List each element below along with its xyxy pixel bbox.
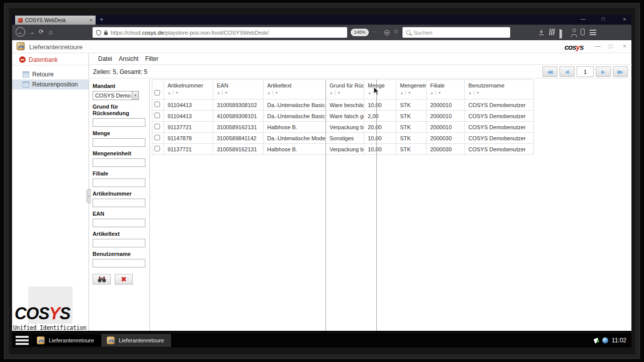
column-header[interactable]: Mengeneinh ▲ | ▼ [396, 80, 427, 100]
filter-field: EAN [93, 211, 149, 227]
clear-filter-button[interactable]: ✖ [115, 274, 133, 285]
url-text: https://cloud.cosys.de/playstore-pos-non… [111, 30, 269, 36]
browser-tab[interactable]: COSYS WebDesk × [15, 16, 96, 25]
page-next-button[interactable]: ▶ [596, 66, 611, 77]
home-button[interactable]: ⌂ [49, 28, 53, 36]
sort-desc-icon[interactable]: ▼ [476, 91, 479, 95]
tracking-shield-icon[interactable] [96, 30, 101, 36]
select-all-checkbox[interactable] [154, 90, 160, 96]
menu-item[interactable]: Filter [145, 55, 158, 62]
app-minimize-button[interactable]: — [595, 43, 601, 50]
menu-item[interactable]: Datei [98, 55, 112, 62]
sort-asc-icon[interactable]: ▲ [217, 91, 220, 95]
column-header[interactable]: Filiale ▲ | ▼ [427, 80, 465, 100]
clear-icon: ✖ [121, 276, 127, 283]
binoculars-icon [98, 276, 106, 283]
new-tab-button[interactable]: + [100, 16, 104, 23]
sidebar-item[interactable]: Retoure [12, 69, 89, 79]
sort-asc-icon[interactable]: ▲ [368, 91, 371, 95]
table-row[interactable]: 91104413 3100589308102 Da.-Unterwäsche B… [152, 100, 534, 111]
filter-input[interactable] [93, 219, 145, 227]
row-checkbox[interactable] [154, 102, 160, 107]
page-prev-button[interactable]: ◀ [559, 66, 575, 77]
database-status-icon [19, 56, 26, 63]
sort-asc-icon[interactable]: ▲ [468, 91, 472, 95]
sidebar-root-label: Datenbank [29, 56, 58, 63]
column-header[interactable]: Benutzername ▲ | ▼ [465, 80, 534, 100]
page-number-input[interactable] [577, 66, 594, 77]
column-header[interactable]: Grund für Rück ▲ | ▼ [326, 80, 364, 100]
app-close-button[interactable]: × [623, 43, 626, 50]
cell-ean: 3100589841142 [213, 133, 264, 144]
browser-maximize-button[interactable]: □ [602, 16, 605, 22]
sort-asc-icon[interactable]: ▲ [430, 91, 434, 95]
sort-desc-icon[interactable]: ▼ [438, 91, 441, 95]
menu-icon[interactable] [590, 30, 596, 35]
table-row[interactable]: 91147878 3100589841142 Da.-Unterwäsche M… [152, 133, 534, 144]
menu-item[interactable]: Ansicht [119, 55, 138, 62]
forward-button[interactable]: → [29, 29, 35, 36]
library-icon[interactable] [549, 29, 555, 35]
row-checkbox[interactable] [154, 113, 160, 118]
filter-fields: Grund für Rücksendung Menge Mengeneinhei… [93, 104, 149, 267]
reload-button[interactable]: ⟳ [39, 28, 44, 35]
mandant-select[interactable]: COSYS Demo ▾ [93, 91, 139, 100]
page-actions-icon[interactable]: ··· [373, 29, 379, 34]
column-header[interactable]: EAN ▲ | ▼ [213, 80, 264, 100]
sort-asc-icon[interactable]: ▲ [168, 91, 171, 95]
lock-icon[interactable] [104, 30, 108, 35]
search-input[interactable] [414, 30, 507, 36]
sort-asc-icon[interactable]: ▲ [400, 91, 404, 95]
tray-tool-icon[interactable] [594, 337, 600, 343]
filter-buttons: ✖ [93, 274, 149, 285]
filter-input[interactable] [93, 138, 145, 147]
pocket-icon[interactable] [384, 29, 390, 38]
app-maximize-button[interactable]: □ [609, 43, 612, 50]
sort-desc-icon[interactable]: ▼ [224, 91, 228, 95]
row-checkbox[interactable] [154, 146, 160, 151]
zoom-level-badge[interactable]: 140% [351, 29, 369, 36]
table-body: 91104413 3100589308102 Da.-Unterwäsche B… [152, 100, 534, 155]
sidebar-toggle-icon[interactable] [559, 29, 560, 39]
filter-input[interactable] [93, 158, 145, 167]
filter-input[interactable] [93, 239, 145, 247]
back-button[interactable]: ← [16, 27, 25, 37]
sort-asc-icon[interactable]: ▲ [330, 91, 333, 95]
url-bar[interactable]: https://cloud.cosys.de/playstore-pos-non… [93, 27, 347, 38]
sort-desc-icon[interactable]: ▼ [408, 91, 411, 95]
filter-input[interactable] [93, 259, 145, 267]
sort-desc-icon[interactable]: ▼ [275, 91, 278, 95]
tray-globe-icon[interactable] [602, 337, 608, 343]
column-header[interactable]: Artikeltext ▲ | ▼ [264, 80, 326, 100]
table-icon [23, 81, 29, 87]
start-menu-button[interactable] [16, 336, 29, 345]
download-icon[interactable] [538, 29, 544, 38]
sort-separator: | [473, 91, 474, 95]
sidebar-item[interactable]: Retourenposition [12, 79, 89, 89]
filter-input[interactable] [93, 199, 145, 207]
row-checkbox[interactable] [154, 135, 160, 140]
taskbar-item[interactable]: Lieferantenretoure [102, 334, 171, 347]
filter-input[interactable] [93, 118, 145, 127]
sort-desc-icon[interactable]: ▼ [337, 91, 341, 95]
cell-artikeltext: Halbhose B. [264, 122, 326, 133]
taskbar-item[interactable]: Lieferantenretoure [31, 334, 102, 347]
sort-desc-icon[interactable]: ▼ [175, 91, 179, 95]
table-row[interactable]: 91137721 3100589162131 Halbhose B. Verpa… [152, 122, 534, 133]
browser-minimize-button[interactable]: — [581, 16, 586, 22]
sidebar-item-datenbank[interactable]: Datenbank [12, 54, 89, 65]
row-checkbox[interactable] [154, 124, 160, 129]
device-icon[interactable] [581, 29, 585, 35]
table-row[interactable]: 91104413 4100589308101 Da.-Unterwäsche B… [152, 111, 534, 122]
browser-close-button[interactable]: × [623, 16, 626, 22]
page-last-button[interactable]: ▶▶ [613, 66, 628, 77]
table-row[interactable]: 91137721 3100589162131 Halbhose B. Verpa… [152, 144, 534, 155]
column-header[interactable]: Artikelnummer ▲ | ▼ [164, 80, 213, 100]
bookmark-star-icon[interactable]: ☆ [393, 28, 399, 35]
search-filter-button[interactable] [93, 274, 111, 285]
cell-benutzername: COSYS Demobenutzer [465, 100, 534, 111]
page-first-button[interactable]: ◀◀ [542, 66, 557, 77]
filter-input[interactable] [93, 178, 145, 187]
tab-close-icon[interactable]: × [90, 17, 93, 23]
sort-asc-icon[interactable]: ▲ [267, 91, 271, 95]
